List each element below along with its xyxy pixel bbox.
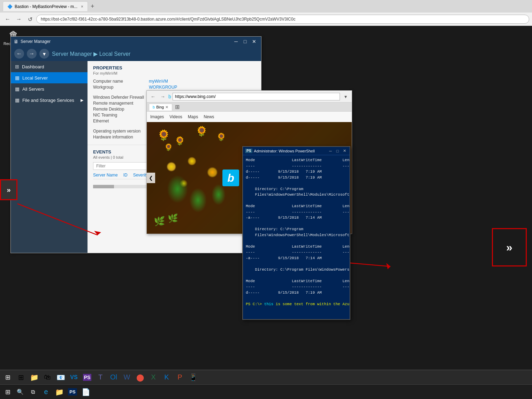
browser-chrome: 🔷 Bastion - MyBastionPreview - m... × + … — [0, 0, 532, 26]
sm-back-button[interactable]: ← — [14, 49, 24, 59]
sm-breadcrumb-root: Server Manager — [52, 51, 92, 57]
sm-forward-button[interactable]: → — [27, 49, 37, 59]
bing-b-icon: b — [222, 170, 239, 186]
bing-favicon: b — [168, 94, 171, 99]
bing-b-symbol: b — [227, 172, 234, 185]
taskbar-ps-icon[interactable]: PS — [66, 386, 79, 398]
taskbar-doc-icon[interactable]: 📄 — [79, 386, 92, 398]
taskbar2-icon-3[interactable]: 📧 — [54, 371, 67, 384]
taskbar2-circle-icon: ⬤ — [136, 373, 144, 382]
ps-line-12 — [246, 221, 347, 227]
local-server-icon: ▦ — [15, 75, 20, 81]
right-toggle-button[interactable]: » — [492, 228, 527, 266]
bing-tab-active[interactable]: b Bing ✕ — [149, 104, 172, 111]
ps-close-btn[interactable]: ✕ — [341, 148, 348, 154]
close-button[interactable]: ✕ — [250, 38, 258, 45]
back-button[interactable]: ← — [3, 14, 13, 24]
taskbar2-icon-1[interactable]: 📁 — [28, 371, 40, 384]
bing-tab-close[interactable]: ✕ — [165, 105, 168, 110]
taskbar-ie-icon[interactable]: e — [40, 386, 52, 398]
taskbar2-icon-2[interactable]: 🛍 — [41, 371, 54, 384]
taskbar2-taskview-icon: ⊞ — [18, 373, 24, 382]
taskbar2-shopping-icon: 🛍 — [44, 373, 51, 381]
taskbar-search-button[interactable]: 🔍 — [15, 386, 26, 398]
ps-line-25 — [246, 295, 347, 301]
taskbar-taskview-icon: ⧉ — [31, 389, 35, 395]
taskbar2-icon-13[interactable]: 📱 — [187, 371, 199, 384]
ps-line-20: Directory: C:\Program Files\WindowsPower… — [246, 267, 347, 273]
events-scrollbar-thumb[interactable] — [93, 185, 114, 188]
taskbar2-icon-4[interactable]: VS — [68, 371, 80, 384]
taskbar-start-button[interactable]: ⊞ — [1, 386, 14, 398]
taskbar2-icon-7[interactable]: Ol — [107, 371, 120, 384]
bing-new-tab-btn[interactable]: ⊞ — [174, 104, 181, 111]
ps-line-4: d----- 9/15/2018 7:19 AM — [246, 175, 347, 181]
taskbar2-outlook-icon: Ol — [110, 373, 117, 381]
sm-sidebar: ⊞ Dashboard ▦ Local Server ▦ All Servers… — [11, 61, 88, 253]
bing-nav-images[interactable]: Images — [150, 114, 164, 119]
bing-forward-btn[interactable]: → — [159, 92, 167, 101]
sidebar-item-local-server[interactable]: ▦ Local Server — [11, 72, 88, 83]
bing-nav-news[interactable]: News — [204, 114, 214, 119]
bing-address-bar[interactable] — [173, 93, 340, 100]
col-severity[interactable]: Severity — [133, 173, 148, 178]
flower-dec-4: 🌻 — [164, 143, 173, 151]
address-bar[interactable] — [36, 15, 529, 24]
titlebar-left: 🖥 Server Manager — [14, 39, 51, 44]
ps-line-13: Directory: C:\Program — [246, 226, 347, 232]
bing-nav-videos[interactable]: Videos — [169, 114, 182, 119]
refresh-button[interactable]: ↺ — [25, 14, 35, 24]
left-toggle-button[interactable]: » — [0, 179, 17, 200]
svg-line-2 — [350, 263, 390, 266]
taskbar-document-icon: 📄 — [82, 388, 90, 396]
minimize-button[interactable]: ─ — [232, 38, 240, 45]
prop-value-computer-name[interactable]: myWinVM — [149, 79, 168, 84]
col-id[interactable]: ID — [123, 173, 128, 178]
taskbar2-email-icon: 📧 — [56, 373, 65, 382]
sidebar-item-dashboard[interactable]: ⊞ Dashboard — [11, 61, 88, 72]
sidebar-item-all-servers[interactable]: ▦ All Servers — [11, 83, 88, 95]
active-tab[interactable]: 🔷 Bastion - MyBastionPreview - m... × — [3, 1, 88, 11]
col-server-name[interactable]: Server Name — [93, 173, 118, 178]
taskbar-lower: ⊞ 🔍 ⧉ e 📁 PS 📄 — [0, 384, 532, 399]
taskbar2-task-view[interactable]: ⊞ — [15, 371, 27, 384]
ps-maximize-btn[interactable]: □ — [334, 148, 341, 154]
sidebar-item-file-storage[interactable]: ▦ File and Storage Services ▶ — [11, 95, 88, 106]
ps-line-23: ---- ------------- ----- — [246, 284, 347, 290]
taskbar2-icon-10[interactable]: X — [147, 371, 160, 384]
powershell-window: PS Administrator: Windows PowerShell ─ □… — [242, 146, 350, 320]
taskbar2-icon-12[interactable]: P — [174, 371, 186, 384]
ps-content: Mode LastWriteTime Lengt ---- ----------… — [243, 155, 350, 319]
bing-nav-maps[interactable]: Maps — [188, 114, 198, 119]
prop-label-firewall: Windows Defender Firewall — [93, 95, 149, 100]
forward-button[interactable]: → — [14, 14, 24, 24]
taskbar-explorer-icon[interactable]: 📁 — [53, 386, 66, 398]
server-manager-titlebar: 🖥 Server Manager ─ □ ✕ — [11, 37, 261, 46]
browser-nav-bar: ← → ↺ — [0, 13, 532, 26]
prop-value-workgroup[interactable]: WORKGROUP — [149, 85, 177, 90]
taskbar-taskview-btn[interactable]: ⧉ — [26, 386, 39, 398]
maximize-button[interactable]: □ — [241, 38, 249, 45]
ps-line-8 — [246, 198, 347, 204]
tab-close-btn[interactable]: × — [81, 4, 83, 9]
taskbar2-icon-6[interactable]: T — [94, 371, 107, 384]
taskbar2-start-button[interactable]: ⊞ — [1, 371, 14, 384]
sm-window-icon: 🖥 — [14, 39, 18, 44]
bing-nav-bar: Images Videos Maps News — [147, 112, 352, 122]
sm-dropdown-button[interactable]: ▾ — [39, 49, 49, 59]
bing-back-btn[interactable]: ← — [149, 92, 157, 101]
dashboard-icon: ⊞ — [15, 64, 19, 69]
sidebar-label-dashboard: Dashboard — [22, 64, 44, 69]
ps-line-17: ---- ------------- ----- — [246, 249, 347, 255]
new-tab-button[interactable]: + — [88, 3, 97, 10]
taskbar2-icon-5[interactable]: PS — [81, 371, 93, 384]
bing-address-dropdown[interactable]: ▾ — [341, 92, 350, 101]
bing-tab-favicon: b — [153, 105, 155, 109]
taskbar2-icon-11[interactable]: K — [160, 371, 173, 384]
bing-scroll-left-btn[interactable]: ❮ — [147, 173, 155, 183]
prop-workgroup: Workgroup WORKGROUP — [93, 85, 256, 90]
ps-minimize-btn[interactable]: ─ — [327, 148, 334, 154]
taskbar2-icon-9[interactable]: ⬤ — [134, 371, 146, 384]
taskbar2-icon-8[interactable]: W — [121, 371, 133, 384]
sidebar-label-file-storage: File and Storage Services — [22, 98, 74, 103]
